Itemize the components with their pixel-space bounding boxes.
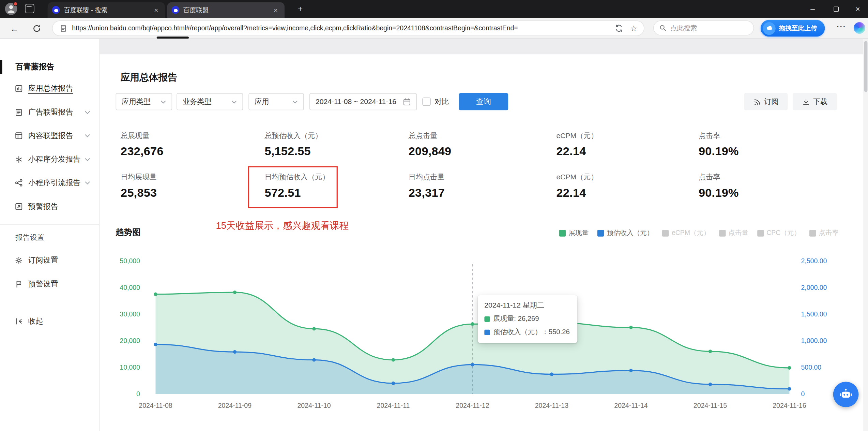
maximize-icon (834, 6, 839, 12)
app-value: 应用 (255, 97, 269, 107)
subscribe-button[interactable]: 订阅 (744, 93, 788, 110)
legend-item-ecpm[interactable]: eCPM（元） (662, 228, 710, 238)
subscribe-icon (753, 98, 761, 106)
upload-drop-button[interactable]: 拖拽至此上传 (761, 20, 825, 36)
sidebar-item-content-union-report[interactable]: 内容联盟报告 (0, 123, 99, 147)
chevron-down-icon (85, 158, 90, 161)
stat-label: 日均展现量 (121, 172, 157, 182)
stat-label: 总预估收入（元） (264, 131, 322, 140)
chart-tooltip: 2024-11-12 星期二 展现量: 26,269 预估收入（元）：550.2… (478, 295, 577, 343)
main-content: 应用总体报告 应用类型 业务类型 应用 2024-11-08 ~ 2024-11… (100, 39, 863, 431)
window-maximize-button[interactable] (824, 0, 848, 18)
stat-daily-ecpm: eCPM（元） 22.14 (557, 172, 598, 199)
gear-icon (14, 256, 23, 265)
url-text[interactable]: https://union.baidu.com/bqt/appco.html#/… (72, 24, 609, 32)
stat-value: 23,317 (409, 186, 445, 199)
refresh-button[interactable] (30, 21, 43, 35)
copilot-icon[interactable] (854, 22, 865, 34)
svg-text:2024-11-15: 2024-11-15 (694, 402, 727, 409)
window-minimize-button[interactable]: – (801, 0, 824, 18)
svg-text:2024-11-16: 2024-11-16 (773, 402, 806, 409)
app-select[interactable]: 应用 (248, 93, 304, 110)
site-info-icon[interactable] (59, 24, 67, 32)
sidebar-item-alert-report[interactable]: 预警报告 (0, 194, 99, 218)
svg-text:0: 0 (801, 390, 805, 398)
tooltip-date: 2024-11-12 星期二 (484, 300, 570, 310)
legend-item-ctr[interactable]: 点击率 (809, 228, 839, 238)
legend-label: 点击率 (819, 228, 838, 238)
favorite-star-icon[interactable]: ☆ (630, 24, 637, 33)
workspaces-icon[interactable] (25, 4, 34, 13)
chevron-down-icon (85, 181, 90, 184)
sidebar-item-subscribe-settings[interactable]: 订阅设置 (0, 248, 99, 272)
toolbar-search[interactable] (653, 20, 754, 35)
tooltip-swatch (484, 329, 490, 335)
legend-item-clicks[interactable]: 点击量 (719, 228, 748, 238)
sidebar-item-miniapp-dispatch-report[interactable]: 小程序分发报告 (0, 147, 99, 171)
legend-label: eCPM（元） (672, 228, 710, 238)
browser-tab-active[interactable]: 百度联盟 × (167, 2, 285, 17)
sidebar-item-miniapp-referral-report[interactable]: 小程序引流报告 (0, 170, 99, 194)
date-range-picker[interactable]: 2024-11-08 ~ 2024-11-16 (309, 93, 417, 110)
trend-chart-title: 趋势图 (116, 227, 140, 238)
stat-value: 25,853 (121, 186, 157, 199)
stat-value: 5,152.55 (264, 145, 322, 158)
alert-report-icon (14, 202, 23, 211)
stat-value: 22.14 (557, 145, 598, 158)
tab-close-icon[interactable]: × (271, 6, 280, 14)
stat-value: 209,849 (409, 145, 452, 158)
flag-icon (14, 280, 23, 288)
trend-chart-svg[interactable]: 010,00020,00030,00040,00050,0000500.001,… (116, 252, 838, 413)
legend-swatch (597, 229, 604, 236)
scrollbar-thumb[interactable] (864, 41, 867, 92)
sidebar-item-app-overall-report[interactable]: 应用总体报告 (0, 76, 99, 100)
stat-value: 22.14 (557, 186, 598, 199)
svg-text:2024-11-11: 2024-11-11 (377, 402, 410, 409)
download-label: 下载 (813, 97, 827, 107)
svg-text:2024-11-13: 2024-11-13 (535, 402, 568, 409)
legend-item-impressions[interactable]: 展现量 (559, 228, 589, 238)
address-bar[interactable]: https://union.baidu.com/bqt/appco.html#/… (52, 20, 644, 36)
sidebar-item-alert-settings[interactable]: 预警设置 (0, 272, 99, 296)
tooltip-swatch (484, 316, 490, 322)
chevron-down-icon (85, 110, 90, 114)
sync-icon[interactable] (615, 24, 624, 33)
business-type-select[interactable]: 业务类型 (177, 93, 243, 110)
stat-daily-impressions: 日均展现量 25,853 (121, 172, 157, 199)
legend-item-cpc[interactable]: CPC（元） (757, 228, 801, 238)
assistant-widget-button[interactable] (833, 382, 859, 407)
sidebar-item-label: 内容联盟报告 (28, 131, 73, 140)
browser-toolbar: ← https://union.baidu.com/bqt/appco.html… (0, 18, 868, 39)
page-scrollbar[interactable] (863, 39, 868, 431)
stat-total-clicks: 总点击量 209,849 (409, 131, 452, 158)
svg-text:2024-11-09: 2024-11-09 (218, 402, 252, 409)
legend-swatch (809, 229, 816, 236)
tab-close-icon[interactable]: × (152, 6, 161, 14)
compare-toggle[interactable]: 对比 (422, 93, 449, 110)
legend-label: 展现量 (569, 228, 589, 238)
report-overview-icon (14, 84, 23, 93)
query-button[interactable]: 查询 (459, 93, 508, 110)
window-close-button[interactable]: × (848, 0, 868, 18)
stat-daily-ctr: 点击率 90.19% (699, 172, 739, 199)
app-type-select[interactable]: 应用类型 (116, 93, 172, 110)
svg-text:2,000.00: 2,000.00 (801, 284, 827, 291)
subscribe-label: 订阅 (764, 97, 778, 107)
stat-label: eCPM（元） (557, 172, 598, 182)
trend-chart[interactable]: 010,00020,00030,00040,00050,0000500.001,… (116, 252, 838, 413)
browser-menu-button[interactable]: ··· (835, 22, 848, 34)
download-button[interactable]: 下载 (793, 93, 837, 110)
new-tab-button[interactable]: + (295, 4, 306, 14)
share-icon (14, 178, 23, 187)
stat-total-impressions: 总展现量 232,676 (121, 131, 164, 158)
annotation-text: 15天收益展示，感兴趣观看课程 (216, 219, 349, 232)
sidebar-item-ad-union-report[interactable]: 广告联盟报告 (0, 100, 99, 124)
back-button[interactable]: ← (8, 21, 21, 35)
sidebar-collapse-button[interactable]: 收起 (14, 309, 43, 333)
sidebar-item-label: 订阅设置 (28, 255, 58, 265)
legend-label: CPC（元） (766, 228, 801, 238)
compare-checkbox[interactable] (422, 98, 430, 106)
legend-item-revenue[interactable]: 预估收入（元） (597, 228, 653, 238)
browser-tab-search[interactable]: 百度联盟 - 搜索 × (48, 2, 165, 17)
search-input[interactable] (670, 24, 742, 32)
